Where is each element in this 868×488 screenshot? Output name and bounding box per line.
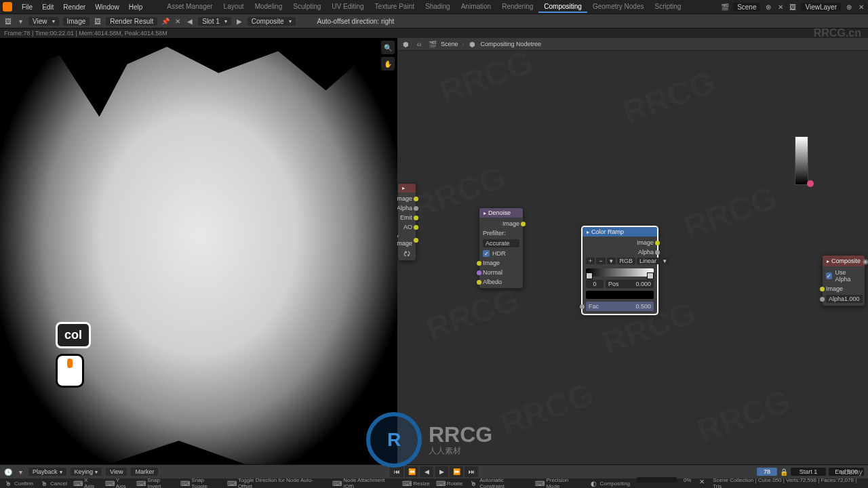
tab-compositing[interactable]: Compositing <box>538 1 587 13</box>
fac-input-socket[interactable] <box>580 304 585 309</box>
noisy-image-output-socket[interactable] <box>414 238 418 243</box>
tab-shading[interactable]: Shading <box>420 1 456 13</box>
use-alpha-checkbox[interactable]: ✓ <box>826 272 832 279</box>
ramp-mode-select[interactable]: RGB <box>617 258 636 264</box>
editor-type-icon[interactable]: 🖼 <box>4 17 12 25</box>
fac-slider[interactable]: Fac0.500 <box>586 302 654 311</box>
tab-rendering[interactable]: Rendering <box>496 1 538 13</box>
current-frame-field[interactable]: 78 <box>757 468 777 476</box>
alpha-input-socket[interactable] <box>820 297 825 302</box>
image-menu[interactable]: Image <box>63 17 90 26</box>
breadcrumb-nodetree[interactable]: Compositing Nodetree <box>481 41 542 47</box>
playback-menu[interactable]: Playback <box>28 468 66 476</box>
ramp-interp-select[interactable]: Linear <box>637 258 659 264</box>
tab-scripting[interactable]: Scripting <box>650 1 687 13</box>
prev-key-icon[interactable]: ⏪ <box>405 466 418 477</box>
jump-end-icon[interactable]: ⏭ <box>465 466 478 477</box>
chevron-down-icon[interactable]: ▾ <box>16 17 24 25</box>
ramp-add-button[interactable]: + <box>586 258 595 264</box>
cancel-job-icon[interactable]: ✕ <box>698 477 706 485</box>
breadcrumb-scene[interactable]: Scene <box>441 41 458 47</box>
reload-icon[interactable]: 🗘 <box>403 249 411 258</box>
remove-viewlayer-icon[interactable]: ✕ <box>857 3 865 11</box>
play-icon[interactable]: ▶ <box>435 466 448 477</box>
image-browse-icon[interactable]: 🖼 <box>94 17 102 25</box>
ramp-pos-field[interactable]: Pos0.000 <box>606 280 654 288</box>
preview-icon[interactable]: ◉ <box>863 257 868 265</box>
new-viewlayer-icon[interactable]: ⊕ <box>845 3 853 11</box>
image-output-socket[interactable] <box>655 241 660 245</box>
ao-output-socket[interactable] <box>414 225 418 230</box>
render-layers-node[interactable]: Image Alpha Emit AO y Image 🗘 <box>397 183 416 261</box>
composite-node[interactable]: Composite◉ ✓Use Alpha Image Alpha1.000 <box>822 255 865 306</box>
image-output-socket[interactable] <box>521 222 526 226</box>
tab-asset-manager[interactable]: Asset Manager <box>161 1 218 13</box>
menu-help[interactable]: Help <box>125 2 147 12</box>
node-header[interactable]: Color Ramp <box>583 227 657 237</box>
unlink-icon[interactable]: ✕ <box>174 17 182 25</box>
prefilter-select[interactable]: Accurate <box>483 239 519 247</box>
lock-range-icon[interactable]: 🔒 <box>780 468 788 476</box>
alpha-output-socket[interactable] <box>655 250 660 255</box>
pan-tool-icon[interactable]: ✋ <box>381 57 395 70</box>
chevron-down-icon[interactable]: ▾ <box>16 468 24 476</box>
pin-icon[interactable]: 📌 <box>161 17 170 25</box>
albedo-input-socket[interactable] <box>477 280 481 285</box>
zoom-tool-icon[interactable]: 🔍 <box>381 41 395 54</box>
play-reverse-icon[interactable]: ◀ <box>420 466 433 477</box>
arrow-right-icon[interactable]: ▶ <box>235 17 243 25</box>
menu-file[interactable]: File <box>18 2 37 12</box>
tab-modeling[interactable]: Modeling <box>250 1 288 13</box>
alpha-field[interactable]: Alpha1.000 <box>826 295 863 303</box>
color-ramp-gradient[interactable] <box>586 268 654 277</box>
unlink-scene-icon[interactable]: ✕ <box>776 3 785 11</box>
keying-menu[interactable]: Keying <box>71 468 102 476</box>
tab-geometry-nodes[interactable]: Geometry Nodes <box>587 1 650 13</box>
ramp-index-field[interactable]: 0 <box>586 280 604 288</box>
render-result-field[interactable]: Render Result <box>106 17 157 26</box>
ramp-stop-handle[interactable] <box>586 272 593 279</box>
end-frame-field[interactable]: End 500 <box>829 468 864 476</box>
view-menu[interactable]: View <box>28 17 59 26</box>
timeline-editor-icon[interactable]: 🕓 <box>4 468 12 476</box>
tab-sculpting[interactable]: Sculpting <box>288 1 326 13</box>
menu-render[interactable]: Render <box>59 2 90 12</box>
menu-edit[interactable]: Edit <box>38 2 58 12</box>
arrow-left-icon[interactable]: ◀ <box>186 17 194 25</box>
pass-selector[interactable]: Composite <box>248 17 296 26</box>
tab-animation[interactable]: Animation <box>456 1 496 13</box>
compositor-node-editor[interactable]: ⬢ ‹› 🎬 Scene › ⬢ Compositing Nodetree RR… <box>397 38 868 476</box>
ramp-color-swatch[interactable] <box>586 291 654 299</box>
next-key-icon[interactable]: ⏩ <box>450 466 463 477</box>
node-header[interactable] <box>398 184 416 192</box>
tab-texture-paint[interactable]: Texture Paint <box>370 1 420 13</box>
image-input-socket[interactable] <box>477 261 481 266</box>
image-viewport[interactable]: 🔍 ✋ col <box>0 38 397 476</box>
emit-output-socket[interactable] <box>414 216 418 220</box>
chevron-pair-icon[interactable]: ‹› <box>415 40 423 48</box>
tab-layout[interactable]: Layout <box>218 1 250 13</box>
node-editor-icon[interactable]: ⬢ <box>401 40 410 48</box>
scene-selector[interactable]: Scene <box>733 3 760 12</box>
jump-start-icon[interactable]: ⏮ <box>390 466 403 477</box>
timeline-view-menu[interactable]: View <box>106 468 127 476</box>
ramp-tools-icon[interactable]: ▾ <box>607 258 616 264</box>
ramp-flip-icon[interactable]: ▾ <box>660 258 669 264</box>
menu-window[interactable]: Window <box>91 2 123 12</box>
normal-input-socket[interactable] <box>477 270 481 275</box>
color-ramp-node[interactable]: Color Ramp Image Alpha + − ▾ RGB Linear … <box>582 226 658 314</box>
start-frame-field[interactable]: Start 1 <box>791 468 826 476</box>
image-input-socket[interactable] <box>820 287 825 291</box>
node-header[interactable]: Denoise <box>479 208 523 218</box>
viewlayer-selector[interactable]: ViewLayer <box>801 3 841 12</box>
alpha-output-socket[interactable] <box>414 206 418 211</box>
new-scene-icon[interactable]: ⊕ <box>764 3 772 11</box>
marker-menu[interactable]: Marker <box>131 468 158 476</box>
denoise-node[interactable]: Denoise Image Prefilter: Accurate ✓HDR I… <box>479 207 524 289</box>
tab-uv-editing[interactable]: UV Editing <box>326 1 369 13</box>
slot-selector[interactable]: Slot 1 <box>198 17 231 26</box>
node-header[interactable]: Composite◉ <box>823 256 865 266</box>
hdr-checkbox[interactable]: ✓ <box>483 250 490 257</box>
ramp-stop-handle[interactable] <box>647 272 654 279</box>
image-output-socket[interactable] <box>414 197 418 201</box>
